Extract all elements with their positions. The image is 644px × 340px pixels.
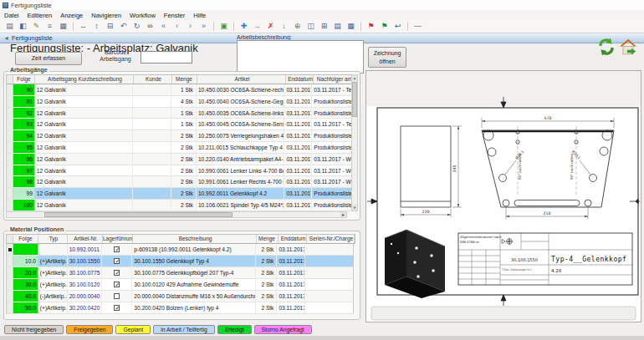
copy-icon[interactable]: ⊕: [291, 21, 304, 32]
scroll-up-icon[interactable]: ▲: [352, 75, 357, 81]
new-window-icon[interactable]: ⊞: [318, 21, 330, 32]
refresh-toolbar-icon[interactable]: ↻: [130, 21, 143, 32]
col-beschreibung[interactable]: Beschreibung: [133, 235, 257, 243]
page-size-10-icon[interactable]: ↔: [77, 21, 89, 32]
col-enddatum[interactable]: Enddatum: [279, 235, 307, 243]
legend-freigegeben[interactable]: Freigegeben: [66, 325, 113, 334]
col-folge[interactable]: Folge: [13, 235, 38, 243]
arbeitsgang-row[interactable]: 97 12 Galvanik 2 Stk 10.990.0061 Lenker …: [6, 165, 354, 177]
barcode-input[interactable]: [141, 51, 192, 63]
lagerfuehrung-checkbox[interactable]: [114, 305, 120, 311]
zeichnung-oeffnen-button[interactable]: Zeichnung öffnen: [368, 47, 406, 68]
report-icon[interactable]: ▤: [331, 21, 344, 32]
scroll-right-icon[interactable]: ►: [340, 212, 346, 217]
col-folge[interactable]: Folge: [13, 75, 35, 84]
material-row[interactable]: 50.0 (+)Artikelp... 30.200.0420 30.200.0…: [6, 302, 354, 314]
arbeitsgang-row[interactable]: 98 12 Galvanik 2 Stk 10.991.0061 Lenker …: [6, 176, 354, 188]
page-size-100-icon[interactable]: ↕: [90, 21, 103, 32]
material-row[interactable]: 40.0 (-)Artikelp... 20.000.0040 20.000.0…: [6, 291, 354, 302]
first-record-icon[interactable]: «: [157, 21, 170, 32]
lagerfuehrung-checkbox[interactable]: [114, 246, 120, 252]
legend-geplant[interactable]: Geplant: [115, 325, 151, 334]
arbeitsgaenge-horizontal-scrollbar[interactable]: ►: [6, 211, 347, 218]
col-nachfolger[interactable]: Nachfolger am: [314, 75, 355, 84]
image-icon[interactable]: ▣: [217, 21, 230, 32]
legend-storno[interactable]: Storno Angefragt: [254, 325, 312, 334]
tab-back-icon[interactable]: ◄: [3, 35, 9, 41]
folge-cell: 95: [13, 142, 35, 153]
col-typ[interactable]: Typ: [38, 235, 68, 243]
arbeitsgang-row[interactable]: 91 12 Galvanik 4 Stk 10.450.0040 OC6SA-S…: [6, 96, 354, 108]
material-row[interactable]: 10.992.0011 p-609138 (10.992.0011 Gelenk…: [6, 244, 354, 256]
lagerfuehrung-checkbox[interactable]: [114, 282, 120, 287]
grid-view-icon[interactable]: ▦: [57, 21, 69, 32]
col-menge[interactable]: Menge: [172, 75, 197, 84]
svg-text:220: 220: [422, 210, 430, 214]
flag-red-icon[interactable]: ⚑: [365, 21, 377, 32]
menu-hilfe[interactable]: Hilfe: [189, 12, 210, 19]
arbeitsgang-row[interactable]: 99 12 Galvanik 2 Stk 10.992.0011 Gelenkk…: [6, 188, 354, 200]
titleblock-subtitle: T.Zst. Gelenkkopf 4.2: [501, 268, 532, 271]
menu-anzeige[interactable]: Anzeige: [56, 12, 87, 19]
menu-navigieren[interactable]: Navigieren: [87, 12, 125, 19]
arbeitsgang-row[interactable]: 100 12 Galvanik 2 Stk 10.106.0021 Spinde…: [6, 200, 354, 211]
arbeitsgaenge-vertical-scrollbar[interactable]: ▲ ▼: [351, 74, 358, 211]
menu-datei[interactable]: Datei: [0, 12, 23, 19]
refresh-icon[interactable]: [597, 38, 616, 56]
tab-fertigungsliste[interactable]: Fertigungsliste: [12, 34, 53, 42]
form-view-icon[interactable]: ◧: [17, 21, 29, 32]
menu-fenster[interactable]: Fenster: [160, 12, 189, 19]
legend-nicht-freigegeben[interactable]: Nicht freigegeben: [4, 325, 64, 334]
flag-green-icon[interactable]: ⚑: [378, 21, 391, 32]
scroll-down-icon[interactable]: ▼: [352, 205, 357, 211]
undo-icon[interactable]: ↶: [117, 21, 130, 32]
search-icon[interactable]: ∞: [144, 21, 156, 32]
menu-editieren[interactable]: Editieren: [23, 12, 57, 19]
arbeitsgang-row[interactable]: 90 12 Galvanik 1 Stk 10.450.0030 OC6SA-S…: [6, 84, 354, 96]
table-edit-icon[interactable]: ▦: [345, 21, 357, 32]
svg-text:345: 345: [452, 165, 457, 173]
arbeitsgang-row[interactable]: 92 12 Galvanik 1 Stk 10.450.0035 OC6SA-S…: [6, 108, 354, 119]
add-record-icon[interactable]: ✚: [238, 21, 250, 32]
delete-record-icon[interactable]: ✗: [264, 21, 277, 32]
arbeitsgang-row[interactable]: 96 12 Galvanik 2 Stk 10.220.0140 Antrieb…: [6, 154, 354, 165]
open-form-icon[interactable]: ◫: [304, 21, 317, 32]
next-record-icon[interactable]: ›: [184, 21, 197, 32]
menu-workflow[interactable]: Workflow: [125, 12, 160, 19]
scroll-thumb[interactable]: [44, 212, 233, 217]
lagerfuehrung-checkbox[interactable]: [114, 293, 120, 299]
material-row[interactable]: 20.0 (+)Artikelp... 30.100.0775 30.100.0…: [6, 267, 354, 279]
scroll-thumb[interactable]: [352, 82, 357, 117]
zeit-erfassen-button[interactable]: Zeit erfassen: [15, 52, 82, 65]
arbeitsgang-row[interactable]: 93 12 Galvanik 1 Stk 10.450.0045 OC6SA-S…: [6, 119, 354, 130]
edit-record-icon[interactable]: →: [251, 21, 263, 32]
material-row[interactable]: 10.0 (+)Artikelp... 30.100.1550 30.100.1…: [6, 256, 354, 267]
lagerfuehrung-checkbox[interactable]: [114, 270, 120, 276]
col-lagerfuehrung[interactable]: Lagerführung: [103, 235, 133, 243]
legend-erledigt[interactable]: Erledigt: [217, 325, 252, 334]
col-artikel[interactable]: Artikel: [197, 75, 286, 84]
lagerfuehrung-checkbox[interactable]: [114, 258, 120, 264]
list-view-icon[interactable]: ≡: [43, 21, 56, 32]
col-menge[interactable]: Menge: [257, 235, 279, 243]
col-artikel-nr[interactable]: Artikel-Nr.: [68, 235, 103, 243]
last-record-icon[interactable]: »: [197, 21, 210, 32]
col-kurzbeschreibung[interactable]: Arbeitsgang Kurzbeschreibung: [35, 75, 134, 84]
arbeitsgang-row[interactable]: 95 12 Galvanik 2 Stk 10.211.0015 Schlauc…: [6, 142, 354, 154]
folge-cell: 50.0: [13, 302, 38, 313]
arbeitsbeschreibung-textarea[interactable]: [237, 40, 364, 74]
col-kunde[interactable]: Kunde: [134, 75, 172, 84]
move-down-icon[interactable]: ↓: [278, 21, 290, 32]
arbeitsgang-row[interactable]: 94 12 Galvanik 2 Stk 10.250.0075 Verrieg…: [6, 130, 354, 142]
save-icon[interactable]: ⊟: [104, 21, 116, 32]
undo-all-icon[interactable]: ↩: [391, 21, 404, 32]
col-enddatum[interactable]: Enddatum: [286, 75, 314, 84]
prev-record-icon[interactable]: ‹: [171, 21, 183, 32]
minimize-icon[interactable]: —: [411, 21, 424, 32]
design-mode-icon[interactable]: ✎: [30, 21, 43, 32]
legend-in-arbeit[interactable]: in Arbeit / Teilfertig: [153, 325, 214, 334]
home-icon[interactable]: [619, 38, 637, 56]
material-row[interactable]: 30.0 (+)Artikelp... 30.100.0120 30.100.0…: [6, 279, 354, 291]
print-icon[interactable]: ▤: [3, 21, 16, 32]
col-serien-nr[interactable]: Serien-Nr./Charge: [307, 235, 355, 243]
